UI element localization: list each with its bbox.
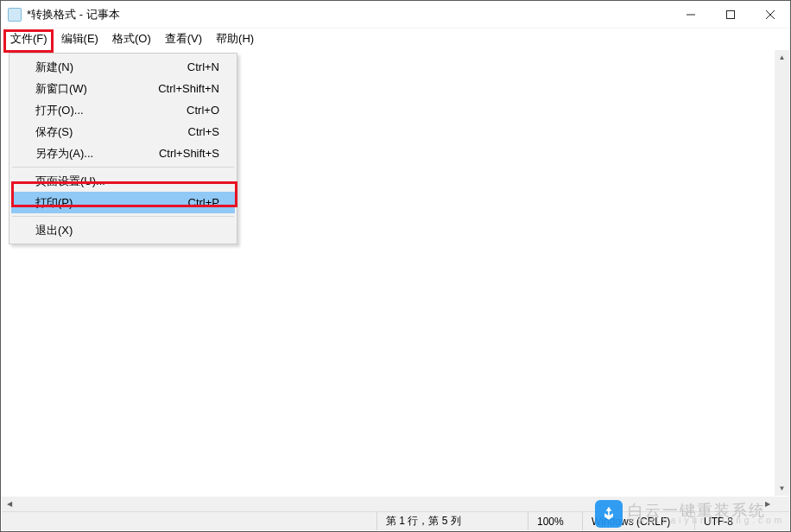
scroll-left-arrow-icon[interactable]: ◀	[2, 497, 16, 511]
menuitem-label: 打印(P)...	[35, 195, 188, 211]
vertical-scrollbar[interactable]: ▲ ▼	[775, 50, 789, 496]
maximize-button[interactable]	[711, 1, 750, 28]
menuitem-save-as[interactable]: 另存为(A)... Ctrl+Shift+S	[11, 142, 235, 164]
menu-separator	[12, 216, 234, 217]
menuitem-shortcut: Ctrl+S	[188, 125, 219, 138]
notepad-window: *转换格式 - 记事本 文件(F) 编辑(E) 格式(O) 查看(V) 帮助(H…	[0, 0, 791, 532]
vertical-scroll-track[interactable]	[775, 65, 789, 481]
file-dropdown: 新建(N) Ctrl+N 新窗口(W) Ctrl+Shift+N 打开(O)..…	[9, 53, 237, 244]
statusbar-zoom: 100%	[528, 512, 582, 530]
minimize-icon	[687, 10, 695, 19]
menuitem-page-setup[interactable]: 页面设置(U)...	[11, 170, 235, 192]
menuitem-label: 页面设置(U)...	[35, 174, 219, 189]
menuitem-open[interactable]: 打开(O)... Ctrl+O	[11, 99, 235, 121]
menu-help[interactable]: 帮助(H)	[209, 28, 261, 49]
menuitem-new[interactable]: 新建(N) Ctrl+N	[11, 56, 235, 78]
minimize-button[interactable]	[671, 1, 711, 28]
titlebar: *转换格式 - 记事本	[1, 1, 790, 28]
scroll-down-arrow-icon[interactable]: ▼	[775, 481, 789, 496]
menuitem-shortcut: Ctrl+O	[187, 104, 219, 117]
menu-edit[interactable]: 编辑(E)	[54, 28, 105, 49]
menuitem-new-window[interactable]: 新窗口(W) Ctrl+Shift+N	[11, 78, 235, 99]
notepad-icon	[8, 8, 22, 22]
menuitem-label: 退出(X)	[35, 223, 219, 238]
menuitem-save[interactable]: 保存(S) Ctrl+S	[11, 121, 235, 142]
watermark-url: www.baiyunxitong.com	[628, 516, 785, 525]
close-icon	[766, 10, 775, 19]
menubar: 文件(F) 编辑(E) 格式(O) 查看(V) 帮助(H)	[1, 28, 790, 49]
menuitem-shortcut: Ctrl+N	[187, 60, 219, 73]
menu-file[interactable]: 文件(F)	[3, 28, 54, 49]
menuitem-label: 另存为(A)...	[35, 146, 159, 162]
close-button[interactable]	[750, 1, 790, 28]
menuitem-shortcut: Ctrl+P	[188, 196, 219, 209]
scroll-up-arrow-icon[interactable]: ▲	[775, 50, 789, 65]
menuitem-label: 保存(S)	[35, 124, 188, 140]
statusbar-position: 第 1 行，第 5 列	[377, 512, 528, 530]
menu-separator	[12, 167, 234, 168]
svg-rect-1	[727, 10, 735, 18]
menuitem-exit[interactable]: 退出(X)	[11, 219, 235, 241]
window-title: *转换格式 - 记事本	[27, 7, 120, 22]
menu-view[interactable]: 查看(V)	[158, 28, 209, 49]
maximize-icon	[726, 10, 735, 19]
watermark-logo-icon	[595, 500, 623, 528]
menuitem-label: 打开(O)...	[35, 103, 187, 118]
menuitem-shortcut: Ctrl+Shift+S	[159, 147, 219, 160]
menuitem-label: 新建(N)	[35, 60, 187, 75]
menuitem-shortcut: Ctrl+Shift+N	[158, 82, 219, 95]
menuitem-print[interactable]: 打印(P)... Ctrl+P	[11, 192, 235, 213]
statusbar-empty	[2, 512, 377, 530]
menuitem-label: 新窗口(W)	[35, 81, 158, 97]
watermark: 白云一键重装系统 www.baiyunxitong.com	[595, 500, 785, 528]
menu-format[interactable]: 格式(O)	[105, 28, 158, 49]
